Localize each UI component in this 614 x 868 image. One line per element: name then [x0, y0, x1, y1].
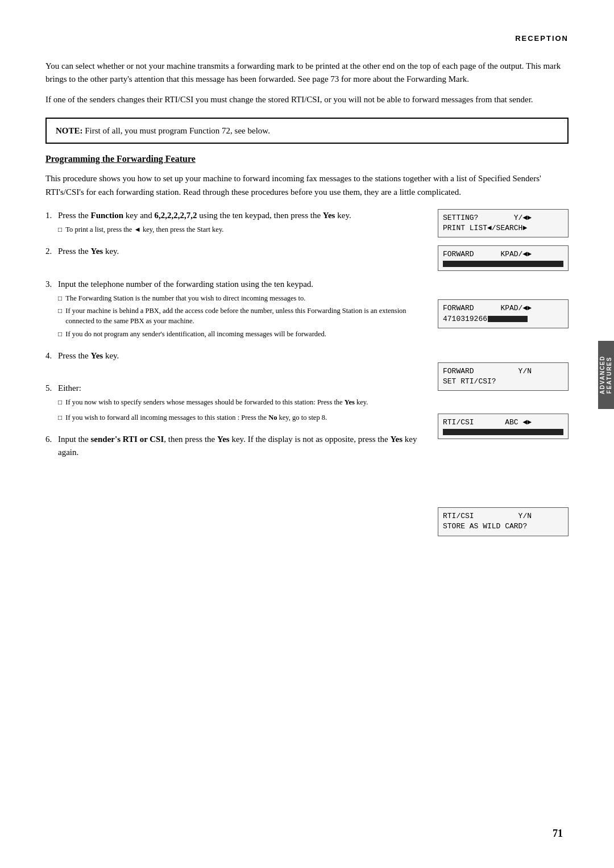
- step-6: Input the sender's RTI or CSI, then pres…: [45, 433, 421, 460]
- step-1-content: Press the Function key and 6,2,2,2,2,7,2…: [58, 209, 421, 237]
- step-2-content: Press the Yes key.: [58, 245, 421, 258]
- section-intro: This procedure shows you how to set up y…: [45, 172, 569, 199]
- intro-paragraph-2: If one of the senders changes their RTI/…: [45, 93, 569, 106]
- page: Reception You can select whether or not …: [0, 0, 614, 868]
- steps-list: Press the Function key and 6,2,2,2,2,7,2…: [45, 209, 421, 460]
- step-5-sub-1: If you now wish to specify senders whose…: [58, 397, 421, 407]
- sidebar-tab-text: AdvancedFeatures: [599, 356, 613, 394]
- step-1-sub-1-text: To print a list, press the ◄ key, then p…: [65, 224, 223, 235]
- steps-column: Press the Function key and 6,2,2,2,2,7,2…: [45, 209, 438, 542]
- step-2-text: Press the Yes key.: [58, 247, 119, 256]
- step-6-text: Input the sender's RTI or CSI, then pres…: [58, 435, 417, 457]
- step-3-content: Input the telephone number of the forwar…: [58, 278, 421, 341]
- note-box: NOTE: First of all, you must program Fun…: [45, 118, 569, 144]
- intro-paragraph-1: You can select whether or not your machi…: [45, 60, 569, 86]
- step-1-text: Press the Function key and 6,2,2,2,2,7,2…: [58, 211, 351, 220]
- step-5-label: Either:: [58, 383, 81, 393]
- step-3-text: Input the telephone number of the forwar…: [58, 279, 313, 289]
- lcd-5: RTI/CSI ABC ◄►: [438, 414, 569, 439]
- page-number: 71: [553, 828, 563, 840]
- section-heading: Programming the Forwarding Feature: [45, 154, 569, 164]
- step-3-sub-3: If you do not program any sender's ident…: [58, 329, 421, 339]
- step-3-sub-list: The Forwarding Station is the number tha…: [58, 293, 421, 339]
- page-header: Reception: [45, 34, 569, 43]
- lcd-displays-column: SETTING? Y/◄► PRINT LIST◄/SEARCH► FORWAR…: [438, 209, 569, 542]
- note-text: First of all, you must program Function …: [83, 126, 270, 135]
- step-3: Input the telephone number of the forwar…: [45, 278, 421, 341]
- header-title: Reception: [515, 34, 569, 43]
- main-content: Press the Function key and 6,2,2,2,2,7,2…: [45, 209, 569, 542]
- step-1-sub-1: To print a list, press the ◄ key, then p…: [58, 224, 421, 235]
- step-5: Either: If you now wish to specify sende…: [45, 382, 421, 425]
- step-5-sub-list: If you now wish to specify senders whose…: [58, 397, 421, 423]
- step-1: Press the Function key and 6,2,2,2,2,7,2…: [45, 209, 421, 237]
- lcd-2: FORWARD KPAD/◄►: [438, 245, 569, 271]
- step-5-content: Either: If you now wish to specify sende…: [58, 382, 421, 425]
- step-4-content: Press the Yes key.: [58, 349, 421, 362]
- step-3-sub-2: If your machine is behind a PBX, add the…: [58, 306, 421, 326]
- lcd-1: SETTING? Y/◄► PRINT LIST◄/SEARCH►: [438, 209, 569, 237]
- note-bold: NOTE:: [56, 126, 83, 135]
- step-1-sub-list: To print a list, press the ◄ key, then p…: [58, 224, 421, 235]
- step-5-sub-2: If you wish to forward all incoming mess…: [58, 412, 421, 423]
- step-3-sub-1: The Forwarding Station is the number tha…: [58, 293, 421, 303]
- step-2: Press the Yes key.: [45, 245, 421, 258]
- step-4: Press the Yes key.: [45, 349, 421, 362]
- lcd-4: FORWARD Y/N SET RTI/CSI?: [438, 362, 569, 391]
- sidebar-tab: AdvancedFeatures: [598, 341, 614, 409]
- lcd-3: FORWARD KPAD/◄► 4710319266: [438, 299, 569, 328]
- lcd-6: RTI/CSI Y/N STORE AS WILD CARD?: [438, 507, 569, 536]
- step-6-content: Input the sender's RTI or CSI, then pres…: [58, 433, 421, 460]
- step-4-text: Press the Yes key.: [58, 351, 119, 360]
